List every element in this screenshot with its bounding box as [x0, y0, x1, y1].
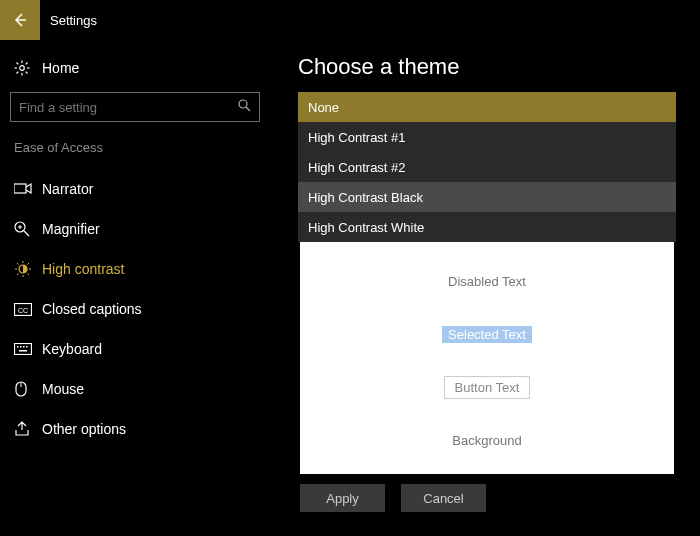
svg-line-23: [17, 274, 19, 276]
preview-selected-text: Selected Text: [442, 326, 532, 343]
nav-item-other-options[interactable]: Other options: [10, 409, 260, 449]
high-contrast-icon: [14, 261, 42, 277]
svg-line-13: [24, 231, 29, 236]
search-input[interactable]: [19, 100, 238, 115]
page-heading: Choose a theme: [298, 54, 678, 80]
svg-rect-32: [19, 350, 27, 352]
svg-line-7: [17, 72, 19, 74]
nav-list: Narrator Magnifier High contrast CC Clos…: [10, 169, 260, 449]
closed-captions-icon: CC: [14, 303, 42, 316]
svg-point-0: [20, 66, 25, 71]
svg-rect-30: [23, 346, 25, 348]
nav-item-magnifier[interactable]: Magnifier: [10, 209, 260, 249]
theme-option-hc-white[interactable]: High Contrast White: [298, 212, 676, 242]
search-icon: [238, 99, 251, 115]
keyboard-icon: [14, 343, 42, 355]
nav-label: Keyboard: [42, 341, 102, 357]
apply-button[interactable]: Apply: [300, 484, 385, 512]
svg-line-21: [17, 263, 19, 265]
svg-rect-31: [26, 346, 28, 348]
preview-background-text: Background: [452, 433, 521, 448]
home-label: Home: [42, 60, 79, 76]
svg-rect-11: [14, 184, 26, 193]
svg-line-6: [26, 72, 28, 74]
svg-line-24: [28, 263, 30, 265]
nav-item-high-contrast[interactable]: High contrast: [10, 249, 260, 289]
theme-preview: Disabled Text Selected Text Button Text …: [300, 232, 674, 474]
nav-item-keyboard[interactable]: Keyboard: [10, 329, 260, 369]
nav-item-mouse[interactable]: Mouse: [10, 369, 260, 409]
svg-text:CC: CC: [18, 306, 28, 313]
theme-option-hc2[interactable]: High Contrast #2: [298, 152, 676, 182]
narrator-icon: [14, 182, 42, 196]
titlebar: Settings: [0, 0, 700, 40]
theme-dropdown-list: None High Contrast #1 High Contrast #2 H…: [298, 92, 676, 242]
content-area: Choose a theme Disabled Text Selected Te…: [270, 40, 700, 536]
preview-disabled-text: Disabled Text: [448, 274, 526, 289]
theme-option-none[interactable]: None: [298, 92, 676, 122]
sidebar: Home Ease of Access Narrator Magnifier: [0, 40, 270, 536]
svg-line-5: [17, 63, 19, 65]
svg-rect-29: [20, 346, 22, 348]
gear-icon: [14, 60, 42, 76]
arrow-left-icon: [12, 12, 28, 28]
theme-option-hc-black[interactable]: High Contrast Black: [298, 182, 676, 212]
svg-rect-27: [15, 344, 32, 355]
nav-label: High contrast: [42, 261, 124, 277]
category-label: Ease of Access: [10, 140, 260, 155]
other-options-icon: [14, 421, 42, 437]
svg-line-10: [246, 107, 250, 111]
action-row: Apply Cancel: [298, 484, 678, 512]
mouse-icon: [14, 381, 42, 397]
theme-option-hc1[interactable]: High Contrast #1: [298, 122, 676, 152]
cancel-button[interactable]: Cancel: [401, 484, 486, 512]
nav-label: Narrator: [42, 181, 93, 197]
back-button[interactable]: [0, 0, 40, 40]
nav-label: Closed captions: [42, 301, 142, 317]
search-field[interactable]: [10, 92, 260, 122]
svg-line-8: [26, 63, 28, 65]
nav-label: Mouse: [42, 381, 84, 397]
svg-point-9: [239, 100, 247, 108]
svg-line-22: [28, 274, 30, 276]
preview-button-text: Button Text: [444, 376, 531, 399]
magnifier-icon: [14, 221, 42, 237]
nav-label: Other options: [42, 421, 126, 437]
svg-rect-28: [17, 346, 19, 348]
nav-item-narrator[interactable]: Narrator: [10, 169, 260, 209]
nav-item-closed-captions[interactable]: CC Closed captions: [10, 289, 260, 329]
home-link[interactable]: Home: [10, 50, 260, 86]
nav-label: Magnifier: [42, 221, 100, 237]
app-title: Settings: [50, 13, 97, 28]
